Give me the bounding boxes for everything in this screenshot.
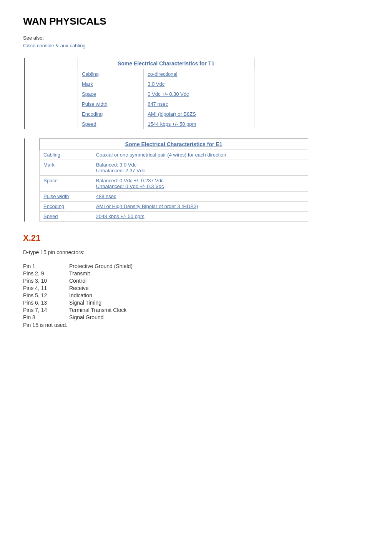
table-row: Speed1544 kbps +/- 50 ppm (78, 119, 254, 129)
e1-bar-5 (24, 180, 25, 190)
e1-bar-8 (24, 211, 25, 222)
table-cell-label: Encoding (40, 202, 92, 212)
table-cell-value: 2048 kbps +/- 50 ppm (92, 212, 308, 222)
list-item: Pin 1Protective Ground (Shield) (23, 263, 369, 269)
see-also-label: See also; (23, 35, 369, 41)
list-item: Pins 4, 11Receive (23, 285, 369, 291)
pin-description: Indication (69, 292, 369, 298)
t1-table-wrapper: Some Electrical Characteristics for T1 C… (78, 58, 369, 129)
e1-bar-2 (24, 149, 25, 159)
table-cell-label: Mark (78, 79, 144, 89)
e1-table: Some Electrical Characteristics for E1 C… (39, 138, 308, 222)
e1-bar-1 (24, 138, 25, 149)
table-cell-label: Pulse width (40, 192, 92, 202)
table-row: SpaceBalanced: 0 Vdc +/- 0.237 VdcUnbala… (40, 176, 308, 192)
table-cell-value: co-directional (144, 69, 254, 79)
pin-label: Pin 1 (23, 263, 69, 269)
bar-3 (24, 78, 25, 88)
e1-table-wrapper: Some Electrical Characteristics for E1 C… (39, 138, 369, 222)
e1-bar-6 (24, 190, 25, 201)
bar-1 (24, 58, 25, 68)
pin-label: Pins 5, 12 (23, 292, 69, 298)
table-cell-value: 0 Vdc +/- 0.30 Vdc (144, 89, 254, 99)
table-row: CablingCoaxial or one symmetrical pair (… (40, 150, 308, 160)
pin-description: Terminal Transmit Clock (69, 307, 369, 313)
bar-4 (24, 88, 25, 99)
table-cell-label: Speed (40, 212, 92, 222)
table-cell-value: Balanced: 3.0 VdcUnbalanced: 2.37 Vdc (92, 160, 308, 176)
x21-title: X.21 (23, 233, 369, 243)
pin-description: Signal Ground (69, 314, 369, 320)
e1-table-header: Some Electrical Characteristics for E1 (40, 139, 308, 150)
page-title: WAN PHYSICALS (23, 15, 369, 27)
t1-section: Some Electrical Characteristics for T1 C… (23, 58, 369, 129)
list-item: Pins 5, 12Indication (23, 292, 369, 298)
table-cell-label: Cabling (78, 69, 144, 79)
table-cell-label: Mark (40, 160, 92, 176)
table-cell-label: Speed (78, 119, 144, 129)
table-row: Space0 Vdc +/- 0.30 Vdc (78, 89, 254, 99)
pin-label: Pins 2, 9 (23, 270, 69, 277)
pin-label: Pins 3, 10 (23, 278, 69, 284)
list-item: Pins 6, 13Signal Timing (23, 300, 369, 306)
table-cell-value: AMI (bipolar) or B8ZS (144, 109, 254, 119)
table-cell-value: Coaxial or one symmetrical pair (4 wires… (92, 150, 308, 160)
table-cell-label: Space (40, 176, 92, 192)
pin-description: Signal Timing (69, 300, 369, 306)
pin-label: Pins 6, 13 (23, 300, 69, 306)
pin-table: Pin 1Protective Ground (Shield)Pins 2, 9… (23, 263, 369, 320)
table-row: Pulse width647 nsec (78, 99, 254, 109)
table-cell-label: Cabling (40, 150, 92, 160)
table-row: Pulse width488 nsec (40, 192, 308, 202)
t1-table-header: Some Electrical Characteristics for T1 (78, 58, 254, 69)
x21-description: D-type 15 pin connectors: (23, 249, 369, 255)
pin-description: Transmit (69, 270, 369, 277)
table-row: MarkBalanced: 3.0 VdcUnbalanced: 2.37 Vd… (40, 160, 308, 176)
table-cell-value: 1544 kbps +/- 50 ppm (144, 119, 254, 129)
e1-bar-7 (24, 201, 25, 211)
e1-left-bars (23, 138, 26, 222)
list-item: Pins 2, 9Transmit (23, 270, 369, 277)
pin-label: Pin 8 (23, 314, 69, 320)
table-row: Mark3.0 Vdc (78, 79, 254, 89)
list-item: Pins 3, 10Control (23, 278, 369, 284)
table-cell-label: Space (78, 89, 144, 99)
bar-2 (24, 68, 25, 78)
bar-6 (24, 109, 25, 119)
bar-5 (24, 98, 25, 109)
pin-label: Pins 7, 14 (23, 307, 69, 313)
table-row: EncodingAMI (bipolar) or B8ZS (78, 109, 254, 119)
x21-section: X.21 D-type 15 pin connectors: Pin 1Prot… (23, 233, 369, 328)
t1-table: Some Electrical Characteristics for T1 C… (78, 58, 254, 129)
table-row: Cablingco-directional (78, 69, 254, 79)
e1-bar-3 (24, 159, 25, 170)
table-cell-value: 488 nsec (92, 192, 308, 202)
bar-7 (24, 119, 25, 129)
table-row: EncodingAMI or High Density Bipolar of o… (40, 202, 308, 212)
pin-description: Protective Ground (Shield) (69, 263, 369, 269)
table-cell-value: 647 nsec (144, 99, 254, 109)
table-row: Speed2048 kbps +/- 50 ppm (40, 212, 308, 222)
table-cell-value: AMI or High Density Bipolar of order 3 (… (92, 202, 308, 212)
table-cell-label: Encoding (78, 109, 144, 119)
see-also-link[interactable]: Cisco console & aux cabling (23, 43, 86, 48)
t1-left-bars (23, 58, 26, 129)
e1-bar-4 (24, 170, 25, 180)
table-cell-value: Balanced: 0 Vdc +/- 0.237 VdcUnbalanced:… (92, 176, 308, 192)
table-cell-label: Pulse width (78, 99, 144, 109)
pin-label: Pins 4, 11 (23, 285, 69, 291)
e1-section: Some Electrical Characteristics for E1 C… (23, 138, 369, 222)
list-item: Pins 7, 14Terminal Transmit Clock (23, 307, 369, 313)
pin-description: Control (69, 278, 369, 284)
list-item: Pin 8Signal Ground (23, 314, 369, 320)
table-cell-value: 3.0 Vdc (144, 79, 254, 89)
pin-note: Pin 15 is not used. (23, 322, 369, 328)
pin-description: Receive (69, 285, 369, 291)
